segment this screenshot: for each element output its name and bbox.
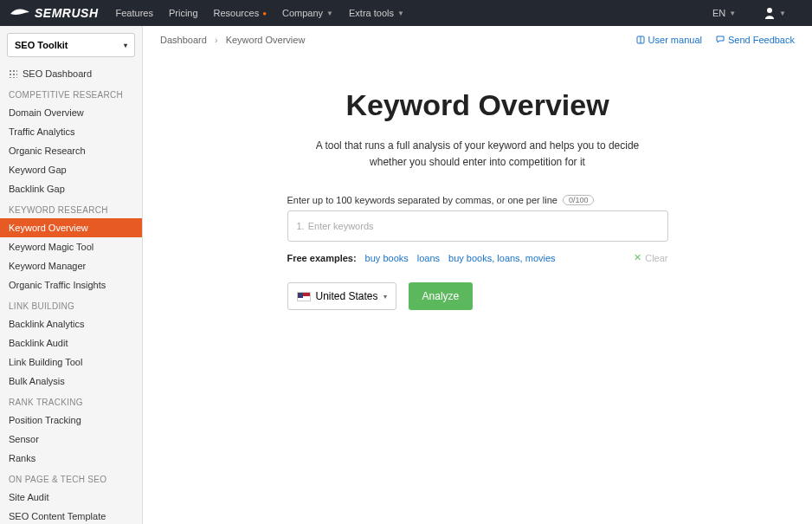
user-manual-label: User manual [648, 35, 702, 45]
sidebar-item-organic-traffic-insights[interactable]: Organic Traffic Insights [0, 275, 142, 294]
sidebar-item-ranks[interactable]: Ranks [0, 449, 142, 468]
chevron-down-icon: ▼ [326, 10, 333, 17]
sidebar-section-keyword: KEYWORD RESEARCH [0, 198, 142, 218]
sidebar-item-label: Keyword Manager [9, 261, 86, 271]
chevron-down-icon: ▼ [779, 10, 786, 17]
sidebar-item-backlink-analytics[interactable]: Backlink Analytics [0, 314, 142, 333]
sidebar-item-seo-dashboard[interactable]: SEO Dashboard [0, 64, 142, 83]
sidebar-section-competitive: COMPETITIVE RESEARCH [0, 83, 142, 103]
keyword-input[interactable]: 1. Enter keywords [287, 210, 668, 242]
clear-button[interactable]: ✕ Clear [634, 252, 667, 263]
user-manual-link[interactable]: User manual [636, 35, 702, 45]
example-link-1[interactable]: buy books [365, 253, 409, 263]
chat-icon [716, 36, 725, 44]
line-number: 1. [297, 221, 305, 231]
user-menu[interactable]: ▼ [764, 7, 786, 19]
grid-icon [9, 69, 17, 78]
breadcrumb-separator-icon: › [215, 35, 218, 45]
keyword-counter-badge: 0/100 [563, 195, 595, 205]
country-select[interactable]: United States ▾ [287, 282, 396, 310]
sidebar-item-label: Traffic Analytics [9, 126, 74, 137]
sidebar-item-bulk-analysis[interactable]: Bulk Analysis [0, 372, 142, 391]
chevron-down-icon: ▼ [729, 10, 736, 17]
language-select[interactable]: EN▼ [712, 8, 736, 18]
sidebar-item-seo-content-template[interactable]: SEO Content Template [0, 507, 142, 524]
sidebar-item-label: Organic Traffic Insights [9, 280, 106, 290]
close-icon: ✕ [634, 252, 641, 263]
top-bar: Dashboard › Keyword Overview User manual… [160, 35, 795, 45]
nav-company[interactable]: Company▼ [282, 8, 333, 18]
nav-extra-tools[interactable]: Extra tools▼ [349, 8, 404, 18]
sidebar-item-label: Domain Overview [9, 107, 84, 118]
sidebar-item-label: SEO Content Template [9, 511, 106, 521]
nav-resources[interactable]: Resources● [214, 8, 267, 18]
sidebar-item-keyword-magic[interactable]: Keyword Magic Tool [0, 237, 142, 256]
sidebar-item-domain-overview[interactable]: Domain Overview [0, 103, 142, 122]
examples-row: Free examples: buy books loans buy books… [287, 252, 668, 263]
sidebar-item-traffic-analytics[interactable]: Traffic Analytics [0, 122, 142, 141]
sidebar-item-label: Backlink Gap [9, 184, 65, 194]
sidebar-section-link: LINK BUILDING [0, 294, 142, 314]
sidebar-item-backlink-audit[interactable]: Backlink Audit [0, 333, 142, 353]
sidebar-section-onpage: ON PAGE & TECH SEO [0, 468, 142, 488]
sidebar: SEO Toolkit ▾ SEO Dashboard COMPETITIVE … [0, 26, 143, 524]
breadcrumb: Dashboard › Keyword Overview [160, 35, 305, 45]
example-link-3[interactable]: buy books, loans, movies [448, 253, 556, 263]
toolkit-label: SEO Toolkit [15, 40, 68, 50]
country-label: United States [316, 290, 378, 302]
clear-label: Clear [645, 253, 667, 263]
sidebar-item-label: Position Tracking [9, 415, 81, 425]
toolkit-select[interactable]: SEO Toolkit ▾ [7, 33, 135, 57]
main-content: Dashboard › Keyword Overview User manual… [143, 26, 812, 524]
sidebar-item-label: Link Building Tool [9, 357, 82, 367]
user-icon [764, 7, 776, 19]
sidebar-item-backlink-gap[interactable]: Backlink Gap [0, 179, 142, 198]
sidebar-item-label: Keyword Gap [9, 165, 67, 175]
keyword-input-label: Enter up to 100 keywords separated by co… [287, 195, 668, 205]
sidebar-item-position-tracking[interactable]: Position Tracking [0, 411, 142, 430]
logo-icon [10, 6, 29, 20]
top-nav: SEMRUSH Features Pricing Resources● Comp… [0, 0, 812, 26]
sidebar-item-label: Keyword Overview [9, 223, 88, 233]
sidebar-item-label: Site Audit [9, 492, 48, 502]
breadcrumb-dashboard[interactable]: Dashboard [160, 35, 207, 45]
flag-us-icon [297, 292, 311, 301]
sidebar-item-label: Organic Research [9, 146, 86, 156]
sidebar-item-sensor[interactable]: Sensor [0, 430, 142, 449]
sidebar-item-label: Sensor [9, 434, 39, 444]
sidebar-item-keyword-gap[interactable]: Keyword Gap [0, 160, 142, 179]
page-title: Keyword Overview [345, 88, 609, 122]
page-subtitle: A tool that runs a full analysis of your… [313, 138, 642, 171]
examples-label: Free examples: [287, 253, 357, 263]
sidebar-item-label: Bulk Analysis [9, 376, 65, 386]
sidebar-item-site-audit[interactable]: Site Audit [0, 488, 142, 507]
analyze-button[interactable]: Analyze [409, 282, 474, 310]
chevron-down-icon: ▾ [383, 293, 387, 301]
breadcrumb-current: Keyword Overview [226, 35, 306, 45]
sidebar-section-rank: RANK TRACKING [0, 391, 142, 411]
placeholder-text: Enter keywords [308, 221, 374, 231]
logo-text: SEMRUSH [35, 6, 99, 20]
logo[interactable]: SEMRUSH [10, 6, 99, 20]
sidebar-item-keyword-overview[interactable]: Keyword Overview [0, 218, 142, 237]
chevron-down-icon: ▾ [124, 42, 127, 49]
send-feedback-label: Send Feedback [728, 35, 795, 45]
sidebar-item-label: Backlink Audit [9, 338, 68, 348]
sidebar-item-keyword-manager[interactable]: Keyword Manager [0, 256, 142, 275]
svg-point-0 [767, 8, 772, 13]
notification-dot-icon: ● [262, 10, 267, 17]
nav-pricing[interactable]: Pricing [169, 8, 198, 18]
send-feedback-link[interactable]: Send Feedback [716, 35, 795, 45]
sidebar-item-organic-research[interactable]: Organic Research [0, 141, 142, 160]
sidebar-item-label: Backlink Analytics [9, 319, 84, 329]
example-link-2[interactable]: loans [417, 253, 440, 263]
sidebar-item-label: SEO Dashboard [23, 68, 92, 79]
sidebar-item-link-building-tool[interactable]: Link Building Tool [0, 353, 142, 372]
input-label-text: Enter up to 100 keywords separated by co… [287, 195, 557, 205]
sidebar-item-label: Keyword Magic Tool [9, 242, 93, 252]
nav-features[interactable]: Features [116, 8, 153, 18]
sidebar-item-label: Ranks [9, 453, 35, 463]
chevron-down-icon: ▼ [397, 10, 404, 17]
book-icon [636, 36, 645, 44]
